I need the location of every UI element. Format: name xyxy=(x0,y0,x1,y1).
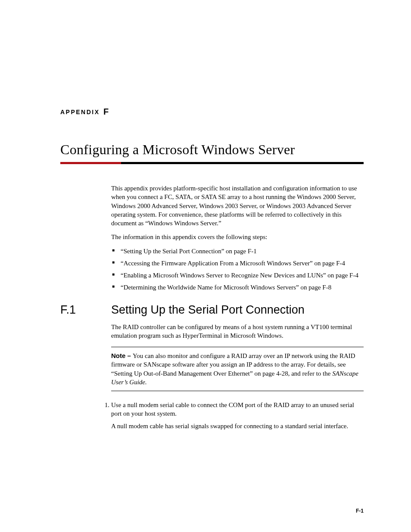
steps-block: 1.Use a null modem serial cable to conne… xyxy=(102,401,364,430)
step-number: 1. xyxy=(102,401,109,409)
section-paragraph: The RAID controller can be configured by… xyxy=(111,323,364,340)
list-item: “Setting Up the Serial Port Connection” … xyxy=(111,247,364,255)
list-item: “Determining the Worldwide Name for Micr… xyxy=(111,283,364,292)
note-label: Note – xyxy=(111,352,133,359)
section-body: The RAID controller can be configured by… xyxy=(111,323,364,392)
page-number: F-1 xyxy=(356,508,364,514)
coverage-intro: The information in this appendix covers … xyxy=(111,233,364,241)
page-title: Configuring a Microsoft Windows Server xyxy=(60,142,364,158)
section-number: F.1 xyxy=(60,303,111,317)
step-subtext: A null modem cable has serial signals sw… xyxy=(111,422,364,430)
document-page: APPENDIX F Configuring a Microsoft Windo… xyxy=(0,0,411,430)
note-box: Note – You can also monitor and configur… xyxy=(111,347,364,391)
intro-paragraph: This appendix provides platform-specific… xyxy=(111,184,364,227)
title-rule xyxy=(60,162,364,164)
step-text: Use a null modem serial cable to connect… xyxy=(111,401,354,417)
body-content: This appendix provides platform-specific… xyxy=(111,184,364,292)
section-title: Setting Up the Serial Port Connection xyxy=(111,303,305,317)
appendix-label: APPENDIX F xyxy=(60,107,364,117)
appendix-letter: F xyxy=(103,107,109,116)
list-item: “Enabling a Microsoft Windows Server to … xyxy=(111,271,364,280)
topic-list: “Setting Up the Serial Port Connection” … xyxy=(111,247,364,292)
section-heading: F.1 Setting Up the Serial Port Connectio… xyxy=(60,303,364,317)
list-item: “Accessing the Firmware Application From… xyxy=(111,259,364,268)
step-item: 1.Use a null modem serial cable to conne… xyxy=(102,401,364,430)
note-body: You can also monitor and configure a RAI… xyxy=(111,352,355,377)
appendix-prefix: APPENDIX xyxy=(60,109,100,115)
